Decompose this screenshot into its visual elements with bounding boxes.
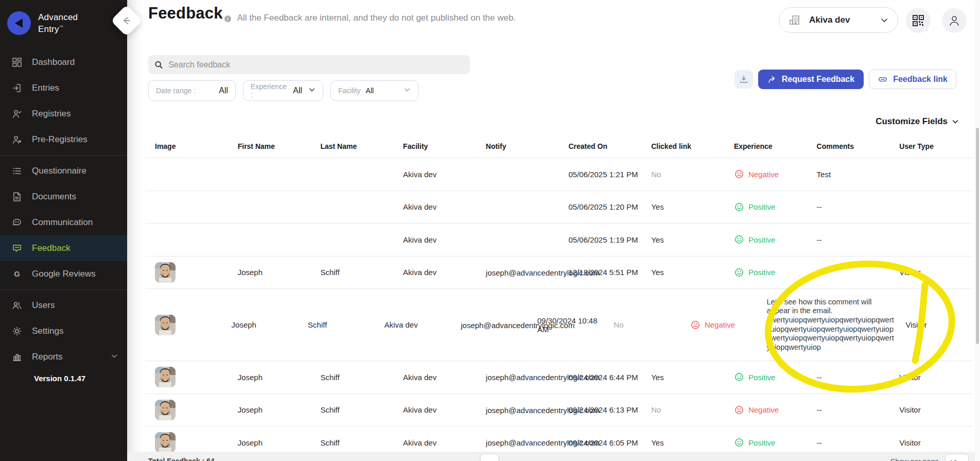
page-button-4[interactable]: 4 xyxy=(549,454,566,461)
page-button-2[interactable]: 2 xyxy=(503,454,521,461)
page-button-7[interactable]: 7 xyxy=(617,454,634,461)
cell-user-type: Visitor xyxy=(896,320,973,329)
cell-last-name: Schiff xyxy=(311,405,394,414)
vertical-scrollbar[interactable] xyxy=(975,0,980,461)
total-feedback-label: Total Feedback : 64 xyxy=(148,457,215,461)
next-page-button[interactable]: › xyxy=(639,456,649,461)
download-button[interactable] xyxy=(734,70,753,89)
sidebar-item-google-reviews[interactable]: GGoogle Reviews xyxy=(0,261,127,287)
cell-comments: -- xyxy=(808,202,890,211)
page-subtitle: All the Feedback are internal, and they … xyxy=(237,13,516,23)
table-row[interactable]: Akiva dev05/06/2025 1:20 PMYesPositive-- xyxy=(146,191,973,224)
avatar[interactable] xyxy=(155,432,176,453)
feedback-link-button[interactable]: Feedback link xyxy=(869,70,956,89)
sidebar-item-documents[interactable]: Documents xyxy=(0,184,127,210)
cell-created-on: 05/06/2025 1:20 PM xyxy=(559,202,642,211)
per-page-select[interactable]: 10 xyxy=(945,454,969,461)
sidebar-item-questionnaire[interactable]: Questionnaire xyxy=(0,158,127,184)
search-input[interactable] xyxy=(168,60,464,70)
avatar[interactable] xyxy=(155,400,176,420)
search-icon xyxy=(154,60,163,70)
avatar[interactable] xyxy=(155,262,176,283)
previous-page-button[interactable]: ‹ xyxy=(464,456,476,461)
sidebar: Advanced Entry™ DashboardEntriesRegistri… xyxy=(0,0,127,461)
sidebar-item-label: Feedback xyxy=(32,243,71,253)
sidebar-item-pre-registries[interactable]: Pre-Registries xyxy=(0,127,127,152)
table-row[interactable]: JosephSchiffAkiva devjoseph@advancedentr… xyxy=(146,394,973,426)
table-row[interactable]: JosephSchiffAkiva devjoseph@advancedentr… xyxy=(146,361,973,394)
scrollbar-thumb[interactable] xyxy=(976,128,979,344)
sidebar-item-label: Registries xyxy=(32,109,71,119)
table-row[interactable]: Akiva dev05/06/2025 1:19 PMYesPositive-- xyxy=(146,223,973,256)
cell-clicked-link: Yes xyxy=(642,373,725,382)
smile-icon xyxy=(734,267,744,278)
smile-icon xyxy=(734,202,744,212)
column-header-clicked-link: Clicked link xyxy=(642,142,725,150)
facility-selector[interactable]: Akiva dev xyxy=(779,7,898,33)
page-button-3[interactable]: 3 xyxy=(526,454,544,461)
facility-selector-value: Akiva dev xyxy=(809,15,850,25)
chevron-down-icon xyxy=(880,16,888,24)
qr-code-icon xyxy=(913,15,924,26)
cell-experience: Positive xyxy=(725,202,808,212)
sidebar-item-communication[interactable]: Communication xyxy=(0,210,127,235)
sidebar-item-label: Settings xyxy=(32,326,63,336)
table-row[interactable]: Akiva dev05/06/2025 1:21 PMNoNegativeTes… xyxy=(146,158,973,191)
cell-comments: -- xyxy=(808,235,890,244)
cell-first-name: Joseph xyxy=(229,438,311,447)
profile-button[interactable] xyxy=(942,8,967,33)
avatar[interactable] xyxy=(155,367,176,387)
nav-divider xyxy=(0,155,127,156)
experience-label: Positive xyxy=(748,235,776,244)
experience-label: Negative xyxy=(705,320,735,329)
column-header-experience: Experience xyxy=(725,142,808,150)
smile-icon xyxy=(734,372,744,382)
column-header-first-name: First Name xyxy=(229,142,311,150)
avatar[interactable] xyxy=(155,315,176,335)
qr-code-button[interactable] xyxy=(906,8,931,33)
sidebar-item-entries[interactable]: Entries xyxy=(0,75,127,101)
info-icon[interactable]: i xyxy=(224,15,231,22)
page-button-5[interactable]: 5 xyxy=(571,454,589,461)
column-header-image: Image xyxy=(146,142,229,150)
cell-experience: Positive xyxy=(725,372,808,382)
settings-icon xyxy=(11,326,23,337)
cell-facility: Akiva dev xyxy=(394,202,477,211)
sidebar-item-registries[interactable]: Registries xyxy=(0,101,127,127)
filter-experience[interactable]: Experience :All xyxy=(243,80,323,101)
smile-icon xyxy=(734,234,744,245)
table-row[interactable]: JosephSchiffAkiva devjoseph@advancedentr… xyxy=(146,288,973,361)
brand: Advanced Entry™ xyxy=(0,0,127,39)
sidebar-item-settings[interactable]: Settings xyxy=(0,318,127,344)
cell-experience: Negative xyxy=(725,405,808,415)
column-header-comments: Comments xyxy=(808,142,890,150)
cell-last-name: Schiff xyxy=(311,373,394,382)
filter-date-range[interactable]: Date range :All xyxy=(148,80,236,101)
reports-icon xyxy=(11,351,23,363)
page-button-1[interactable]: 1 xyxy=(481,454,498,461)
sidebar-item-reports[interactable]: Reports xyxy=(0,344,127,370)
per-page-value: 10 xyxy=(949,459,957,461)
sidebar-item-label: Google Reviews xyxy=(32,269,96,279)
page-button-6[interactable]: 6 xyxy=(594,454,611,461)
column-header-notify: Notify xyxy=(477,142,559,150)
cell-clicked-link: Yes xyxy=(642,235,725,244)
request-feedback-label: Request Feedback xyxy=(782,75,854,84)
feedback-link-label: Feedback link xyxy=(893,75,948,84)
cell-comments: -- xyxy=(808,405,890,414)
customize-fields-button[interactable]: Customize Fields xyxy=(876,116,959,127)
cell-facility: Akiva dev xyxy=(394,268,477,277)
sidebar-item-users[interactable]: Users xyxy=(0,293,127,318)
cell-experience: Negative xyxy=(725,169,808,179)
filter-facility[interactable]: FacilityAll xyxy=(330,80,418,101)
experience-label: Negative xyxy=(748,170,779,179)
request-feedback-button[interactable]: Request Feedback xyxy=(758,70,864,89)
cell-created-on: 05/06/2025 1:19 PM xyxy=(559,235,642,244)
communication-icon xyxy=(11,217,23,228)
sidebar-item-feedback[interactable]: Feedback xyxy=(0,235,127,261)
table-row[interactable]: JosephSchiffAkiva devjoseph@advancedentr… xyxy=(146,256,973,289)
experience-label: Negative xyxy=(748,405,779,414)
sidebar-item-dashboard[interactable]: Dashboard xyxy=(0,49,127,75)
chevron-down-icon xyxy=(111,352,118,362)
cell-experience: Negative xyxy=(681,320,758,330)
